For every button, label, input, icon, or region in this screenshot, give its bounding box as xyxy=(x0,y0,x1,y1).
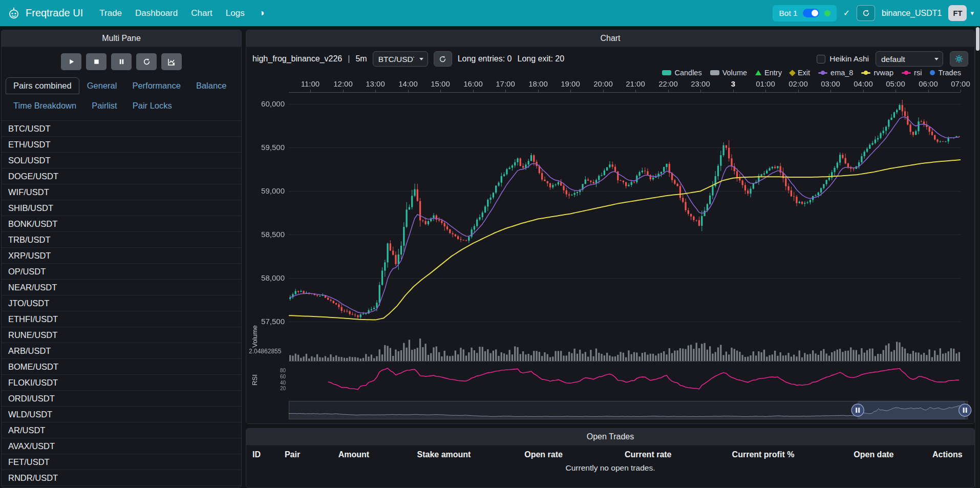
bot-selector-chip[interactable]: Bot 1 xyxy=(773,5,836,22)
column-header[interactable]: Open date xyxy=(854,450,932,459)
start-button[interactable] xyxy=(61,53,81,70)
open-trades-header: Open Trades xyxy=(246,429,974,445)
theme-toggle-icon[interactable]: ◑ xyxy=(254,4,270,23)
bot-online-dot xyxy=(824,10,830,16)
heikin-ashi-label: Heikin Ashi xyxy=(829,54,869,63)
pair-list-item[interactable]: FET/USDT xyxy=(2,454,241,470)
pair-list-item[interactable]: WIF/USDT xyxy=(2,184,241,200)
pair-list-item[interactable]: BTC/USDT xyxy=(2,121,241,137)
pair-list-item[interactable]: FLOKI/USDT xyxy=(2,375,241,391)
legend-item[interactable]: ema_8 xyxy=(818,69,853,77)
check-icon: ✓ xyxy=(843,8,850,18)
pair-list-item[interactable]: ARB/USDT xyxy=(2,343,241,359)
chart-legend: Candles Volume Entry Exit xyxy=(246,68,974,78)
pair-list-item[interactable]: TRB/USDT xyxy=(2,232,241,248)
pause-button[interactable] xyxy=(111,53,132,70)
column-header[interactable]: Amount xyxy=(338,450,417,459)
legend-marker-icon xyxy=(662,70,671,75)
legend-marker-icon xyxy=(710,70,719,75)
legend-item[interactable]: Exit xyxy=(790,69,810,77)
plot-config-select-input[interactable]: default xyxy=(876,51,943,67)
pair-list-item[interactable]: ETHFI/USDT xyxy=(2,311,241,327)
legend-item[interactable]: rvwap xyxy=(861,69,893,77)
bot-toggle-switch[interactable] xyxy=(803,9,819,17)
page-scrollbar[interactable] xyxy=(975,26,980,488)
pair-list-item[interactable]: BOME/USDT xyxy=(2,359,241,375)
column-header[interactable]: Stake amount xyxy=(417,450,525,459)
pair-list-item[interactable]: NEAR/USDT xyxy=(2,280,241,295)
tab[interactable]: Pairs combined xyxy=(6,77,79,94)
heikin-ashi-toggle[interactable]: Heikin Ashi xyxy=(817,54,869,63)
pair-list-item[interactable]: SHIB/USDT xyxy=(2,200,241,216)
column-header[interactable]: ID xyxy=(252,450,285,459)
user-menu[interactable]: FT ▾ xyxy=(948,5,974,21)
navbar-link[interactable]: Logs xyxy=(220,4,251,23)
pair-select[interactable]: BTC/USDT xyxy=(373,51,428,67)
legend-marker-icon xyxy=(861,72,870,74)
stop-button[interactable] xyxy=(86,53,106,70)
pair-list-item[interactable]: WLD/USDT xyxy=(2,407,241,422)
pair-list-item[interactable]: BONK/USDT xyxy=(2,216,241,232)
plot-settings-button[interactable] xyxy=(950,51,968,67)
tab[interactable]: Balance xyxy=(188,77,235,94)
heikin-ashi-checkbox[interactable] xyxy=(817,55,825,63)
price-chart-canvas[interactable] xyxy=(248,78,973,420)
tab[interactable]: Pair Locks xyxy=(125,97,180,114)
separator: | xyxy=(348,54,350,63)
pair-list-item[interactable]: AVAX/USDT xyxy=(2,438,241,454)
pair-list-item[interactable]: DOT/USDT xyxy=(2,486,241,487)
multi-pane-tabs: Pairs combinedGeneralPerformanceBalanceT… xyxy=(2,74,241,114)
tab[interactable]: Pairlist xyxy=(84,97,125,114)
avatar: FT xyxy=(948,5,967,21)
column-header[interactable]: Actions xyxy=(932,450,968,459)
app-brand[interactable]: Freqtrade UI xyxy=(7,7,83,20)
exchange-label: binance_USDT1 xyxy=(882,9,942,18)
tab[interactable]: Time Breakdown xyxy=(6,97,84,114)
stop-icon xyxy=(93,58,100,66)
legend-marker-icon xyxy=(818,72,827,74)
strategy-name: high_frog_binance_v226 xyxy=(252,54,342,63)
reload-config-button[interactable] xyxy=(136,53,157,70)
pair-list-item[interactable]: RUNE/USDT xyxy=(2,327,241,343)
navbar-link[interactable]: Dashboard xyxy=(129,4,184,23)
long-entries-label: Long entries: 0 xyxy=(458,54,512,63)
global-refresh-button[interactable] xyxy=(857,5,875,21)
pair-select-input[interactable]: BTC/USDT xyxy=(373,51,428,67)
plot-config-select[interactable]: default xyxy=(876,51,943,67)
column-header[interactable]: Open rate xyxy=(524,450,625,459)
pair-list-item[interactable]: ORDI/USDT xyxy=(2,391,241,407)
pair-list-item[interactable]: AR/USDT xyxy=(2,422,241,438)
legend-marker-icon xyxy=(902,72,911,74)
pair-list-item[interactable]: SOL/USDT xyxy=(2,153,241,168)
legend-item[interactable]: Candles xyxy=(662,69,701,77)
open-trades-columns: IDPairAmountStake amountOpen rateCurrent… xyxy=(246,445,974,462)
pause-icon xyxy=(118,58,125,66)
column-header[interactable]: Pair xyxy=(285,450,338,459)
refresh-icon xyxy=(439,55,446,63)
navbar-link[interactable]: Chart xyxy=(185,4,219,23)
scrollbar-thumb[interactable] xyxy=(976,27,979,51)
pair-list-item[interactable]: XRP/USDT xyxy=(2,248,241,264)
legend-item[interactable]: Entry xyxy=(755,69,782,77)
multi-pane-header: Multi Pane xyxy=(2,30,241,47)
tab[interactable]: Performance xyxy=(124,77,188,94)
legend-item[interactable]: rsi xyxy=(902,69,922,77)
tab[interactable]: General xyxy=(79,77,125,94)
pair-list-item[interactable]: DOGE/USDT xyxy=(2,168,241,184)
pair-list-item[interactable]: JTO/USDT xyxy=(2,295,241,311)
legend-item[interactable]: Volume xyxy=(710,69,747,77)
pair-list-item[interactable]: OP/USDT xyxy=(2,264,241,280)
column-header[interactable]: Current profit % xyxy=(732,450,854,459)
pair-list-item[interactable]: ETH/USDT xyxy=(2,137,241,153)
column-header[interactable]: Current rate xyxy=(625,450,732,459)
legend-item[interactable]: Trades xyxy=(930,69,961,77)
pair-list-item[interactable]: RNDR/USDT xyxy=(2,470,241,486)
chart-refresh-button[interactable] xyxy=(434,51,452,67)
chart-panel: Chart high_frog_binance_v226 | 5m BTC/US… xyxy=(246,30,975,424)
right-column: Chart high_frog_binance_v226 | 5m BTC/US… xyxy=(246,30,975,488)
clear-chart-button[interactable] xyxy=(161,53,182,70)
reload-icon xyxy=(143,58,151,66)
bot-controls xyxy=(2,47,241,74)
navbar-link[interactable]: Trade xyxy=(93,4,128,23)
open-trades-panel: Open Trades IDPairAmountStake amountOpen… xyxy=(246,428,975,488)
